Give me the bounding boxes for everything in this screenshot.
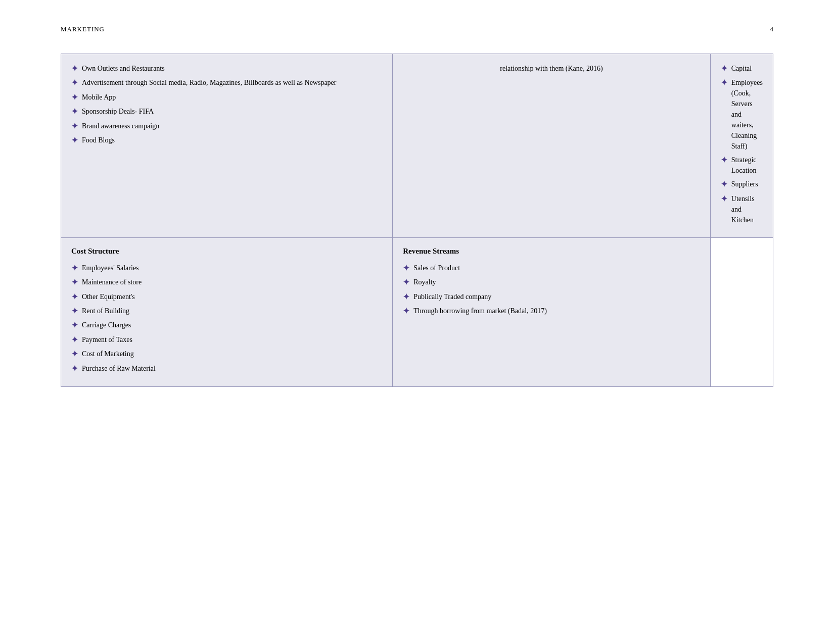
cost-structure-title: Cost Structure — [71, 247, 382, 256]
item-text: Employees (Cook, Servers and waiters, Cl… — [731, 77, 763, 152]
bullet-icon: ✦ — [71, 135, 78, 146]
cell-cost: Cost Structure ✦Employees' Salaries✦Main… — [61, 237, 393, 386]
list-item: ✦Royalty — [403, 277, 700, 288]
item-text: Advertisement through Social media, Radi… — [82, 77, 337, 88]
bullet-icon: ✦ — [71, 306, 78, 317]
bullet-icon: ✦ — [71, 349, 78, 360]
list-item: ✦Sales of Product — [403, 263, 700, 274]
list-item: ✦Publically Traded company — [403, 291, 700, 303]
item-text: Sponsorship Deals- FIFA — [82, 106, 154, 117]
key-resources-list: ✦Capital✦Employees (Cook, Servers and wa… — [721, 63, 763, 225]
item-text: Other Equipment's — [82, 291, 135, 302]
bullet-icon: ✦ — [721, 77, 727, 88]
page: MARKETING 4 ✦Own Outlets and Restaurants… — [0, 0, 834, 644]
bottom-row: Cost Structure ✦Employees' Salaries✦Main… — [61, 237, 773, 386]
list-item: ✦Other Equipment's — [71, 291, 382, 303]
list-item: ✦Employees (Cook, Servers and waiters, C… — [721, 77, 763, 152]
list-item: ✦Strategic Location — [721, 155, 763, 176]
item-text: Sales of Product — [413, 263, 460, 273]
relationship-text: relationship with them (Kane, 2016) — [500, 65, 603, 72]
bullet-icon: ✦ — [71, 92, 78, 103]
channels-list: ✦Own Outlets and Restaurants✦Advertiseme… — [71, 63, 382, 146]
cell-key-resources: ✦Capital✦Employees (Cook, Servers and wa… — [710, 54, 773, 238]
list-item: ✦Cost of Marketing — [71, 349, 382, 360]
item-text: Strategic Location — [731, 155, 763, 176]
cell-revenue: Revenue Streams ✦Sales of Product✦Royalt… — [393, 237, 711, 386]
list-item: ✦Carriage Charges — [71, 320, 382, 331]
item-text: Utensils and Kitchen — [731, 193, 763, 225]
main-table: ✦Own Outlets and Restaurants✦Advertiseme… — [61, 54, 773, 387]
list-item: ✦Employees' Salaries — [71, 263, 382, 274]
item-text: Rent of Building — [82, 306, 129, 316]
list-item: ✦Food Blogs — [71, 135, 382, 146]
revenue-streams-title: Revenue Streams — [403, 247, 700, 256]
item-text: Own Outlets and Restaurants — [82, 63, 165, 74]
item-text: Payment of Taxes — [82, 334, 132, 345]
item-text: Capital — [731, 63, 752, 74]
bullet-icon: ✦ — [71, 291, 78, 303]
item-text: Purchase of Raw Material — [82, 363, 156, 374]
cell-relationship: relationship with them (Kane, 2016) — [393, 54, 711, 238]
item-text: Publically Traded company — [413, 291, 491, 302]
bullet-icon: ✦ — [71, 121, 78, 132]
cost-list: ✦Employees' Salaries✦Maintenance of stor… — [71, 263, 382, 374]
header: MARKETING 4 — [61, 25, 773, 33]
bullet-icon: ✦ — [71, 263, 78, 274]
item-text: Mobile App — [82, 92, 116, 103]
list-item: ✦Sponsorship Deals- FIFA — [71, 106, 382, 117]
item-text: Royalty — [413, 277, 436, 287]
list-item: ✦Own Outlets and Restaurants — [71, 63, 382, 74]
bullet-icon: ✦ — [71, 106, 78, 117]
item-text: Through borrowing from market (Badal, 20… — [413, 306, 547, 316]
bullet-icon: ✦ — [721, 179, 727, 190]
list-item: ✦Payment of Taxes — [71, 334, 382, 345]
list-item: ✦Capital — [721, 63, 763, 74]
list-item: ✦Purchase of Raw Material — [71, 363, 382, 374]
item-text: Employees' Salaries — [82, 263, 139, 273]
bullet-icon: ✦ — [403, 291, 409, 303]
list-item: ✦Rent of Building — [71, 306, 382, 317]
bullet-icon: ✦ — [71, 277, 78, 288]
bullet-icon: ✦ — [71, 334, 78, 345]
item-text: Maintenance of store — [82, 277, 142, 287]
bullet-icon: ✦ — [721, 63, 727, 74]
item-text: Food Blogs — [82, 135, 115, 145]
list-item: ✦Mobile App — [71, 92, 382, 103]
header-title: MARKETING — [61, 25, 105, 33]
item-text: Cost of Marketing — [82, 349, 134, 359]
revenue-list: ✦Sales of Product✦Royalty✦Publically Tra… — [403, 263, 700, 317]
page-number: 4 — [770, 25, 774, 33]
top-row: ✦Own Outlets and Restaurants✦Advertiseme… — [61, 54, 773, 238]
cell-channels: ✦Own Outlets and Restaurants✦Advertiseme… — [61, 54, 393, 238]
list-item: ✦Suppliers — [721, 179, 763, 190]
bullet-icon: ✦ — [71, 320, 78, 331]
list-item: ✦Utensils and Kitchen — [721, 193, 763, 225]
bullet-icon: ✦ — [403, 263, 409, 274]
bullet-icon: ✦ — [721, 193, 727, 205]
bullet-icon: ✦ — [721, 155, 727, 166]
list-item: ✦Through borrowing from market (Badal, 2… — [403, 306, 700, 317]
item-text: Carriage Charges — [82, 320, 131, 330]
list-item: ✦Maintenance of store — [71, 277, 382, 288]
list-item: ✦Brand awareness campaign — [71, 121, 382, 132]
item-text: Suppliers — [731, 179, 758, 189]
bullet-icon: ✦ — [71, 77, 78, 88]
bullet-icon: ✦ — [71, 63, 78, 74]
list-item: ✦Advertisement through Social media, Rad… — [71, 77, 382, 88]
bullet-icon: ✦ — [71, 363, 78, 374]
bullet-icon: ✦ — [403, 277, 409, 288]
item-text: Brand awareness campaign — [82, 121, 159, 131]
bullet-icon: ✦ — [403, 306, 409, 317]
